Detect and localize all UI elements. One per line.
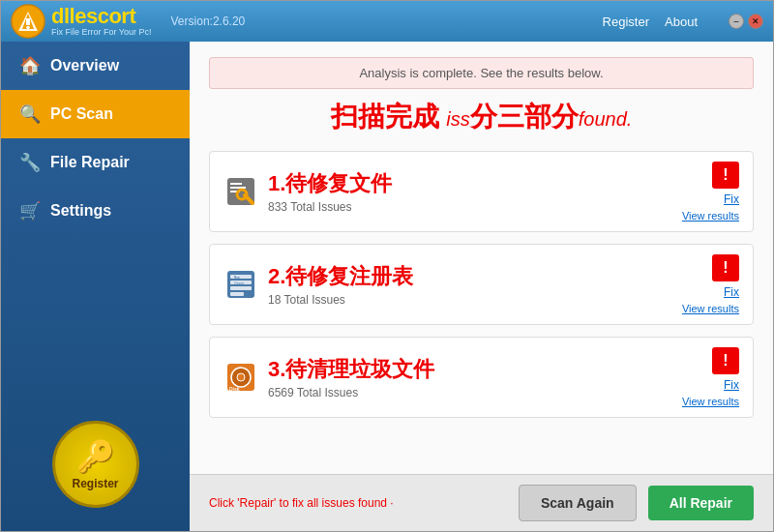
home-icon: 🏠 [19, 55, 41, 76]
sidebar-item-settings[interactable]: 🛒 Settings [1, 187, 190, 235]
svg-text:Reg: Reg [234, 276, 240, 280]
disk-issue-actions: ! Fix View results [682, 347, 739, 407]
logo-rest: escort [74, 4, 135, 28]
minimize-button[interactable]: – [729, 14, 744, 29]
disk-view-results[interactable]: View results [682, 396, 739, 407]
file-issue-content: 1.待修复文件 833 Total Issues [268, 169, 672, 214]
sidebar-bottom: 🔑 Register [1, 405, 190, 531]
footer-note-text: Click 'Repair' to fix all issues found · [209, 496, 394, 510]
logo-text: dllescort Fix File Error For Your Pc! [51, 6, 152, 37]
issue-row-files: 1.待修复文件 833 Total Issues ! Fix View resu… [209, 151, 754, 232]
file-view-results[interactable]: View results [682, 210, 739, 222]
scan-complete-title: 扫描完成 iss分三部分found. [209, 99, 754, 135]
sidebar-item-pc-scan[interactable]: 🔍 PC Scan [1, 90, 190, 138]
sidebar-label-file-repair: File Repair [50, 154, 130, 171]
logo-sub-text: Fix File Error For Your Pc! [51, 27, 152, 37]
sidebar-label-pc-scan: PC Scan [50, 105, 113, 123]
lock-key-icon: 🔑 [76, 438, 115, 475]
analysis-complete-bar: Analysis is complete. See the results be… [209, 57, 754, 89]
svg-text:Disk: Disk [229, 386, 240, 392]
wrench-icon: 🔧 [19, 152, 41, 173]
window-controls: – ✕ [729, 14, 763, 29]
svg-rect-6 [230, 183, 242, 185]
svg-rect-7 [230, 187, 246, 189]
disk-issue-count: 6569 Total Issues [268, 386, 672, 399]
sidebar-item-file-repair[interactable]: 🔧 File Repair [1, 138, 190, 187]
issue-row-registry: Reg Cleaner 2.待修复注册表 18 Total Issues ! F… [209, 244, 754, 325]
logo: dllescort Fix File Error For Your Pc! [11, 4, 152, 39]
analysis-complete-text: Analysis is complete. See the results be… [359, 66, 603, 80]
logo-highlight: dll [51, 4, 74, 28]
file-issue-actions: ! Fix View results [682, 162, 739, 222]
disk-icon: Disk [223, 360, 258, 395]
register-badge[interactable]: 🔑 Register [52, 421, 139, 508]
version-text: Version:2.6.20 [171, 15, 246, 28]
registry-issue-actions: ! Fix View results [682, 254, 739, 314]
file-issue-count: 833 Total Issues [268, 200, 672, 214]
close-button[interactable]: ✕ [748, 14, 763, 29]
title-bar: dllescort Fix File Error For Your Pc! Ve… [1, 1, 773, 42]
svg-rect-14 [230, 286, 252, 290]
sidebar-label-settings: Settings [50, 202, 111, 220]
footer-note: Click 'Repair' to fix all issues found · [209, 496, 507, 510]
svg-rect-3 [26, 18, 30, 25]
svg-text:Cleaner: Cleaner [234, 281, 245, 285]
registry-view-results[interactable]: View results [682, 303, 739, 314]
svg-point-20 [237, 373, 245, 381]
search-icon: 🔍 [19, 103, 41, 125]
disk-fix-link[interactable]: Fix [724, 378, 739, 392]
register-link[interactable]: Register [603, 15, 649, 29]
disk-issue-content: 3.待清理垃圾文件 6569 Total Issues [268, 355, 672, 399]
sidebar-label-overview: Overview [50, 57, 119, 74]
all-repair-button[interactable]: All Repair [648, 486, 754, 520]
scan-again-button[interactable]: Scan Again [519, 485, 637, 521]
logo-main-text: dllescort [51, 6, 152, 27]
content-main: Analysis is complete. See the results be… [190, 42, 773, 474]
main-window: dllescort Fix File Error For Your Pc! Ve… [0, 0, 774, 532]
issue-row-disk: Disk 3.待清理垃圾文件 6569 Total Issues ! Fix V… [209, 337, 754, 418]
sidebar-item-overview[interactable]: 🏠 Overview [1, 42, 190, 90]
file-fix-link[interactable]: Fix [724, 192, 739, 206]
title-bar-actions: Register About – ✕ [603, 14, 763, 29]
svg-point-4 [26, 26, 30, 30]
sidebar: 🏠 Overview 🔍 PC Scan 🔧 File Repair 🛒 Set… [1, 42, 190, 531]
register-badge-label: Register [72, 477, 118, 490]
registry-issue-count: 18 Total Issues [268, 293, 672, 307]
file-issue-title: 1.待修复文件 [268, 169, 672, 198]
file-repair-icon [223, 174, 258, 209]
logo-icon [11, 4, 45, 39]
registry-alert-icon: ! [712, 254, 739, 281]
disk-alert-icon: ! [712, 347, 739, 374]
main-layout: 🏠 Overview 🔍 PC Scan 🔧 File Repair 🛒 Set… [1, 42, 773, 531]
content-area: Analysis is complete. See the results be… [190, 42, 773, 531]
disk-issue-title: 3.待清理垃圾文件 [268, 355, 672, 384]
settings-icon: 🛒 [19, 200, 41, 222]
registry-fix-link[interactable]: Fix [724, 285, 739, 299]
content-footer: Click 'Repair' to fix all issues found ·… [190, 474, 773, 531]
svg-rect-15 [230, 292, 244, 296]
file-alert-icon: ! [712, 162, 739, 189]
about-link[interactable]: About [665, 15, 698, 29]
registry-icon: Reg Cleaner [223, 267, 258, 302]
registry-issue-content: 2.待修复注册表 18 Total Issues [268, 262, 672, 307]
registry-issue-title: 2.待修复注册表 [268, 262, 672, 291]
